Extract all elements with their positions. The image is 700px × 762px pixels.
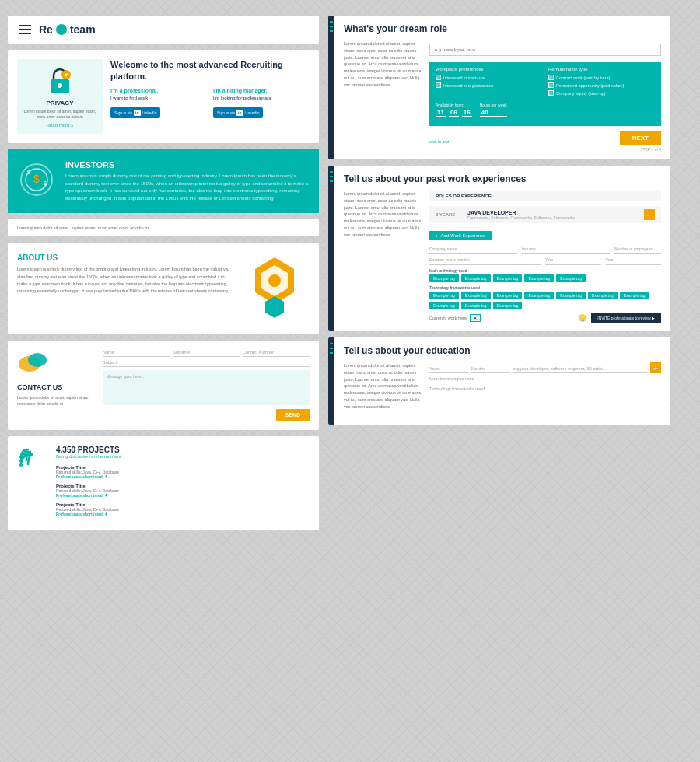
linkedin-icon: in [134,110,140,116]
duration-input[interactable] [429,263,541,265]
projects-subtitle: Being discussed at the moment [56,454,310,459]
surname-field[interactable]: Surname [173,350,240,357]
avail-year[interactable]: 16 [462,109,472,117]
svg-point-11 [268,274,281,287]
dream-role-input[interactable] [429,44,661,56]
step-indicator: STEP 4 of 5 [640,147,661,152]
company-input[interactable] [429,252,517,254]
work-exp-desc: Lorem ipsum dolor sit al amet, sapien et… [344,190,422,239]
availability-row: Availability from: 31 06 16 Hours [436,103,655,117]
avail-month[interactable]: 06 [449,109,459,117]
projects-count: 4,350 PROJECTS [56,446,310,454]
investors-icon: $ $ $ [17,160,56,202]
main-tech-label: Main technology used [429,268,661,273]
hero-section: ♥ PRIVACY Lorem ipsum dolor sit amet, sa… [8,50,319,143]
investors-footer-text: Lorem ipsum dolor sit amet, sapien etiam… [17,225,310,230]
svg-text:💡: 💡 [579,315,586,322]
hamburger-menu[interactable] [19,25,31,34]
click-add-link[interactable]: click to add [429,139,449,144]
project-item-2: Projects Title Reruired skills: Java, C+… [56,484,310,498]
edu-frameworks[interactable]: Technology frameworks used [429,386,661,393]
invite-button[interactable]: INVITE professionals to review ▶ [591,313,661,323]
contact-number-field[interactable]: Contact Number [243,350,310,357]
contact-title: CONTACT US [17,383,95,391]
ftag-1[interactable]: Example tag [429,292,459,299]
industry-input[interactable] [522,252,610,254]
ftag-10[interactable]: Example tag [493,302,523,309]
tag-3[interactable]: Example tag [493,274,523,282]
add-edu-button[interactable]: + [650,362,661,373]
pref-startup-checkbox[interactable]: ✓ [436,75,441,80]
ftag-8[interactable]: Example tag [429,302,459,309]
hours-group: Hours per week 40 [480,103,507,117]
svg-point-1 [58,83,62,88]
investors-content: INVESTORS Lorem ipsum is simply dummy te… [65,160,310,202]
rem-equity: ✓ Company equity (start-up) [548,90,655,96]
edu-year-select[interactable]: Years [429,366,468,373]
workplace-col: Workplace preferences ✓ Interested in st… [436,67,542,98]
rem-contract-checkbox[interactable]: ✓ [548,75,554,80]
logo-text: Re [39,23,53,36]
ftag-6[interactable]: Example tag [588,292,618,299]
ftag-3[interactable]: Example tag [493,292,523,299]
rem-contract: ✓ Contract work (paid by hour) [548,75,655,80]
industry-label: Industry [522,246,610,251]
left-column: Re team ♥ [8,16,319,530]
num-employees-input[interactable] [614,252,661,254]
year-from-input[interactable] [545,263,601,265]
year-to-input[interactable] [606,263,662,265]
currently-checkbox[interactable]: ✕ [470,314,481,322]
edu-sidebar [328,337,334,425]
pro-linkedin-btn[interactable]: Sign in via in LinkedIn [110,107,160,118]
read-more-link[interactable]: Read more » [23,123,96,128]
investors-text: Lorem ipsum is simply dummy text of the … [65,173,310,202]
tag-1[interactable]: Example tag [429,274,459,282]
roles-tab[interactable]: ROLES OR EXPERIENCE [429,190,661,201]
pref-org-checkbox[interactable]: ✓ [436,82,441,88]
right-column: What's your dream role Lorem ipsum dolor… [328,16,670,530]
rem-equity-checkbox[interactable]: ✓ [548,90,554,96]
investors-footer-card: Lorem ipsum dolor sit amet, sapien etiam… [8,219,319,236]
exp-edit-button[interactable]: − [644,209,655,220]
next-button[interactable]: NEXT [620,131,661,145]
ftag-2[interactable]: Example tag [461,292,491,299]
add-work-exp-button[interactable]: + Add Work Experience [429,231,492,240]
svg-point-17 [19,463,23,467]
hiring-sub: I'm looking for professionals [213,96,310,100]
rem-perm-checkbox[interactable]: ✓ [548,82,554,88]
edu-role-input[interactable]: e.g java developer, software engineer, 3… [513,366,647,373]
privacy-icon: ♥ [44,65,75,96]
privacy-title: PRIVACY [23,100,96,107]
ftag-5[interactable]: Example tag [556,292,586,299]
tag-4[interactable]: Example tag [524,274,554,282]
subject-field[interactable]: Subject [103,360,310,367]
dream-role-desc: Lorem ipsum dolor sit al amet, sapien et… [344,40,422,89]
hours-value[interactable]: 40 [480,109,507,117]
name-field[interactable]: Name [103,350,170,357]
about-right [240,253,310,323]
message-field[interactable]: Message goes here... [103,370,310,405]
workplace-label: Workplace preferences [436,67,542,72]
about-left: ABOUT US Lorem ipsum is simply dummy tex… [17,253,232,295]
ftag-7[interactable]: Example tag [620,292,649,299]
edu-month-select[interactable]: Months [471,366,510,373]
hiring-linkedin-btn[interactable]: Sign in via in LinkedIn [213,107,263,118]
tag-2[interactable]: Example tag [461,274,491,282]
send-button[interactable]: SEND [276,409,310,421]
company-row: Company name Industry Number of employee… [429,246,661,254]
ftag-4[interactable]: Example tag [524,292,554,299]
about-section: ABOUT US Lorem ipsum is simply dummy tex… [8,243,319,334]
avail-day[interactable]: 31 [436,109,446,117]
company-label: Company name [429,246,517,251]
about-title: ABOUT US [17,253,232,262]
exp-techs: Frameworks, Softwares, Frameworks, Softw… [467,215,639,220]
dream-role-card: What's your dream role Lorem ipsum dolor… [328,16,670,159]
projects-icon [17,446,48,521]
hexagon-graphic [243,253,306,323]
edu-main-tech[interactable]: Main technologies used [429,376,661,383]
tag-5[interactable]: Example tag [556,274,586,282]
education-card: Tell us about your education Lorem ipsum… [328,337,670,425]
linkedin-brand: LinkedIn [142,110,157,115]
chat-icon [17,350,48,377]
ftag-9[interactable]: Example tag [461,302,491,309]
